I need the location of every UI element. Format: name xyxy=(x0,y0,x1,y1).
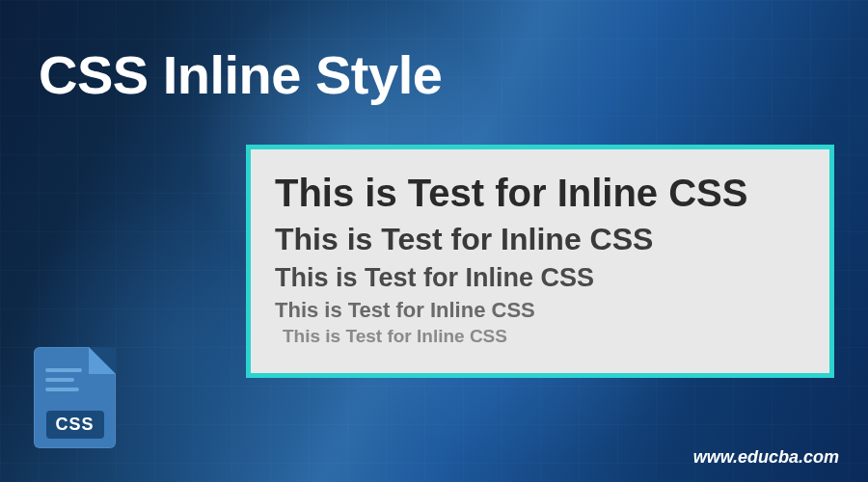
example-heading-2: This is Test for Inline CSS xyxy=(275,219,805,260)
example-heading-3: This is Test for Inline CSS xyxy=(275,260,805,295)
file-body: CSS xyxy=(34,347,116,448)
example-heading-5: This is Test for Inline CSS xyxy=(275,324,805,349)
example-heading-4: This is Test for Inline CSS xyxy=(275,296,805,325)
example-heading-1: This is Test for Inline CSS xyxy=(275,167,805,219)
page-title: CSS Inline Style xyxy=(39,43,442,106)
css-example-box: This is Test for Inline CSS This is Test… xyxy=(246,145,834,378)
file-fold-corner xyxy=(89,347,116,374)
css-badge-label: CSS xyxy=(45,411,103,439)
banner-container: CSS Inline Style This is Test for Inline… xyxy=(0,0,868,482)
website-url: www.educba.com xyxy=(693,447,839,468)
file-icon-shape: CSS xyxy=(34,347,116,448)
file-content-lines xyxy=(45,368,82,397)
css-file-icon: CSS xyxy=(34,347,116,448)
